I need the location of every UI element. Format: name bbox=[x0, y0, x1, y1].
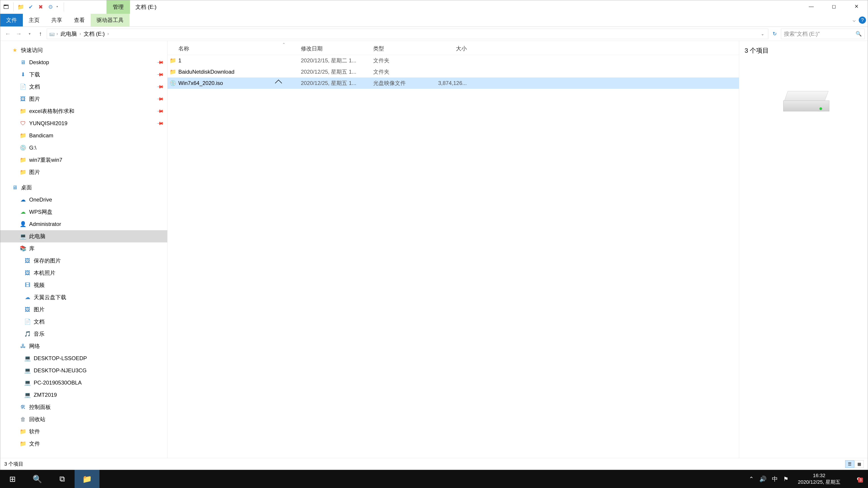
ribbon-collapse-icon[interactable]: ⌵ bbox=[852, 17, 856, 23]
tab-share[interactable]: 共享 bbox=[45, 14, 68, 26]
chevron-right-icon[interactable]: › bbox=[107, 31, 109, 36]
nav-wps[interactable]: ☁WPS网盘 bbox=[0, 206, 167, 218]
up-button[interactable]: ↑ bbox=[36, 29, 45, 38]
search-icon[interactable]: 🔍 bbox=[856, 31, 862, 37]
breadcrumb[interactable]: 🖴 › 此电脑 › 文档 (E:) › ⌄ bbox=[47, 29, 768, 39]
task-view-button[interactable]: ⧉ bbox=[50, 470, 74, 488]
nav-tianyi[interactable]: ☁天翼云盘下载 bbox=[0, 291, 167, 303]
status-bar: 3 个项目 ☰ ▦ bbox=[0, 458, 868, 470]
notification-button[interactable]: 💬 bbox=[850, 470, 868, 488]
search-input[interactable]: 搜索"文档 (E:)" 🔍 bbox=[781, 29, 865, 39]
nav-pc3[interactable]: 💻PC-20190530OBLA bbox=[0, 377, 167, 389]
nav-excel-folder[interactable]: 📁excel表格制作求和📌 bbox=[0, 105, 167, 117]
nav-libraries[interactable]: 📚库 bbox=[0, 242, 167, 255]
nav-this-pc[interactable]: 💻此电脑 bbox=[0, 230, 167, 242]
qat-dropdown-icon[interactable]: ▾ bbox=[57, 5, 61, 9]
start-button[interactable]: ⊞ bbox=[0, 470, 25, 488]
pin-icon: 📌 bbox=[156, 95, 164, 103]
column-date[interactable]: 修改日期 bbox=[301, 45, 373, 52]
nav-pictures[interactable]: 🖼图片📌 bbox=[0, 93, 167, 105]
gear-icon[interactable]: ⚙ bbox=[46, 3, 55, 11]
column-size[interactable]: 大小 bbox=[434, 45, 469, 52]
folder-icon: 📁 bbox=[20, 157, 26, 163]
maximize-button[interactable]: ◻ bbox=[823, 0, 845, 13]
nav-quick-access[interactable]: ★快速访问 bbox=[0, 44, 167, 56]
volume-icon[interactable]: 🔊 bbox=[759, 476, 767, 483]
breadcrumb-drive-e[interactable]: 文档 (E:) bbox=[83, 30, 105, 37]
nav-saved-pics[interactable]: 🖼保存的图片 bbox=[0, 255, 167, 267]
ime-icon[interactable]: 中 bbox=[772, 475, 778, 483]
tab-home[interactable]: 主页 bbox=[23, 14, 45, 26]
nav-bandicam[interactable]: 📁Bandicam bbox=[0, 129, 167, 142]
nav-yunqishi[interactable]: 🛡YUNQISHI2019📌 bbox=[0, 117, 167, 129]
nav-g-drive[interactable]: 💿G:\ bbox=[0, 142, 167, 154]
nav-videos[interactable]: 🎞视频 bbox=[0, 279, 167, 291]
nav-pc1[interactable]: 💻DESKTOP-LSSOEDP bbox=[0, 352, 167, 364]
nav-win7-folder[interactable]: 📁win7重装win7 bbox=[0, 154, 167, 166]
status-item-count: 3 个项目 bbox=[4, 461, 23, 467]
nav-documents[interactable]: 📄文档📌 bbox=[0, 80, 167, 93]
file-row[interactable]: 💿Win7x64_2020.iso2020/12/25, 星期五 1...光盘映… bbox=[167, 77, 739, 89]
context-tab-manage[interactable]: 管理 bbox=[106, 0, 130, 14]
drive-icon: 💿 bbox=[20, 144, 26, 151]
star-icon: ★ bbox=[11, 47, 18, 53]
back-button[interactable]: ← bbox=[3, 29, 12, 38]
nav-pictures-lib[interactable]: 🖼图片 bbox=[0, 303, 167, 316]
tab-drive-tools[interactable]: 驱动器工具 bbox=[91, 14, 129, 26]
chevron-right-icon[interactable]: › bbox=[57, 31, 58, 36]
pin-icon: 📌 bbox=[156, 59, 164, 66]
minimize-button[interactable]: — bbox=[800, 0, 823, 13]
explorer-taskbar-button[interactable]: 📁 bbox=[74, 470, 99, 488]
refresh-button[interactable]: ↻ bbox=[770, 31, 779, 37]
search-button[interactable]: 🔍 bbox=[25, 470, 50, 488]
help-icon[interactable]: ? bbox=[859, 17, 866, 24]
breadcrumb-thispc[interactable]: 此电脑 bbox=[60, 30, 78, 37]
pc-icon: 💻 bbox=[24, 355, 31, 361]
file-row[interactable]: 📁12020/12/15, 星期二 1...文件夹 bbox=[167, 55, 739, 66]
view-icons-button[interactable]: ▦ bbox=[855, 460, 864, 468]
file-row[interactable]: 📁BaiduNetdiskDownload2020/12/25, 星期五 1..… bbox=[167, 66, 739, 77]
nav-network[interactable]: 🖧网络 bbox=[0, 340, 167, 352]
pictures-icon: 🖼 bbox=[24, 306, 31, 313]
nav-pictures2[interactable]: 📁图片 bbox=[0, 166, 167, 178]
nav-desktop[interactable]: 🖥Desktop📌 bbox=[0, 56, 167, 68]
pictures-icon: 🖼 bbox=[20, 96, 26, 102]
video-icon: 🎞 bbox=[24, 282, 31, 288]
chevron-right-icon[interactable]: › bbox=[80, 31, 81, 36]
file-name: 1 bbox=[178, 57, 301, 64]
view-details-button[interactable]: ☰ bbox=[845, 460, 854, 468]
nav-files[interactable]: 📁文件 bbox=[0, 437, 167, 450]
tray-overflow-icon[interactable]: ⌃ bbox=[749, 476, 754, 483]
pc-icon: 💻 bbox=[24, 392, 31, 398]
nav-documents-lib[interactable]: 📄文档 bbox=[0, 316, 167, 328]
column-name[interactable]: 名称 bbox=[167, 45, 301, 52]
column-type[interactable]: 类型 bbox=[373, 45, 434, 52]
nav-desktop-root[interactable]: 🖥桌面 bbox=[0, 182, 167, 194]
sort-ascending-icon: ⌃ bbox=[282, 42, 285, 46]
nav-onedrive[interactable]: ☁OneDrive bbox=[0, 194, 167, 206]
nav-pc2[interactable]: 💻DESKTOP-NJEU3CG bbox=[0, 364, 167, 377]
nav-downloads[interactable]: ⬇下载📌 bbox=[0, 68, 167, 80]
file-type: 光盘映像文件 bbox=[373, 79, 434, 87]
checkmark-icon[interactable]: ✔ bbox=[27, 3, 35, 11]
nav-music[interactable]: 🎵音乐 bbox=[0, 328, 167, 340]
file-date: 2020/12/15, 星期二 1... bbox=[301, 57, 373, 64]
folder-icon[interactable]: 📁 bbox=[17, 3, 25, 11]
nav-admin[interactable]: 👤Administrator bbox=[0, 218, 167, 230]
tab-file[interactable]: 文件 bbox=[0, 14, 23, 26]
recent-dropdown-icon[interactable]: ▾ bbox=[25, 29, 34, 38]
nav-pc4[interactable]: 💻ZMT2019 bbox=[0, 389, 167, 401]
security-icon[interactable]: ⚑ bbox=[783, 476, 788, 483]
nav-control-panel[interactable]: 🛠控制面板 bbox=[0, 401, 167, 413]
separator bbox=[64, 2, 64, 11]
close-button[interactable]: ✕ bbox=[845, 0, 868, 13]
nav-camera-roll[interactable]: 🖼本机照片 bbox=[0, 267, 167, 279]
drive-preview-icon bbox=[783, 91, 824, 111]
forward-button[interactable]: → bbox=[14, 29, 23, 38]
close-icon[interactable]: ✖ bbox=[37, 3, 45, 11]
address-dropdown-icon[interactable]: ⌄ bbox=[759, 31, 766, 36]
nav-recycle-bin[interactable]: 🗑回收站 bbox=[0, 413, 167, 425]
tab-view[interactable]: 查看 bbox=[68, 14, 91, 26]
taskbar-clock[interactable]: 16:32 2020/12/25, 星期五 bbox=[794, 473, 844, 485]
nav-software[interactable]: 📁软件 bbox=[0, 425, 167, 437]
